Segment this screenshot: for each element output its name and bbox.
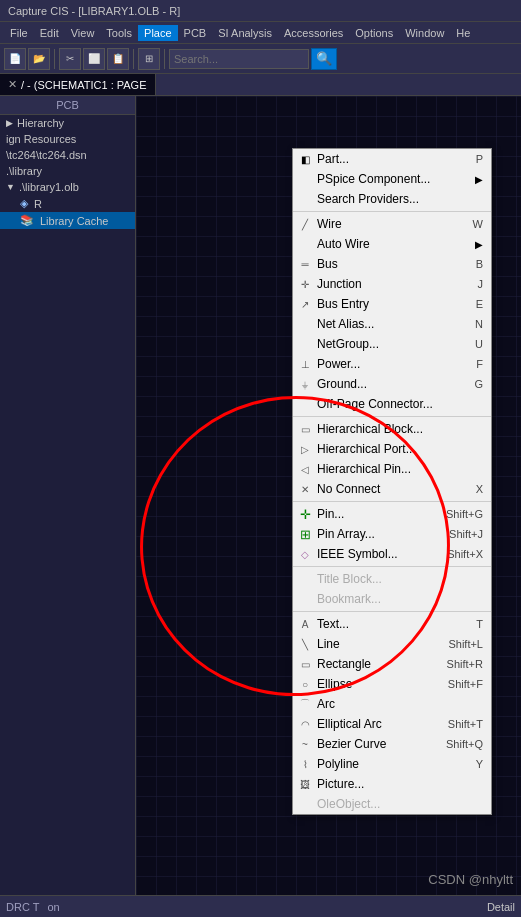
menu-item-power[interactable]: ⊥ Power... F (293, 354, 491, 374)
menu-file[interactable]: File (4, 25, 34, 41)
menu-item-pin-array[interactable]: ⊞ Pin Array... Shift+J (293, 524, 491, 544)
menu-accessories[interactable]: Accessories (278, 25, 349, 41)
menu-tools[interactable]: Tools (100, 25, 138, 41)
menu-item-offpage[interactable]: Off-Page Connector... (293, 394, 491, 414)
hier-block-icon: ▭ (297, 421, 313, 437)
menu-item-pin[interactable]: ✛ Pin... Shift+G (293, 504, 491, 524)
menu-item-polyline[interactable]: ⌇ Polyline Y (293, 754, 491, 774)
menu-item-bus[interactable]: ═ Bus B (293, 254, 491, 274)
menu-label-junction: Junction (317, 277, 362, 291)
sidebar-item-library-cache[interactable]: 📚 Library Cache (0, 212, 135, 229)
menu-item-picture[interactable]: 🖼 Picture... (293, 774, 491, 794)
toolbar-paste[interactable]: 📋 (107, 48, 129, 70)
sidebar: PCB ▶ Hierarchy ign Resources \tc264\tc2… (0, 96, 136, 917)
toolbar-btn1[interactable]: ⊞ (138, 48, 160, 70)
menu-help[interactable]: He (450, 25, 476, 41)
menu-place[interactable]: Place (138, 25, 178, 41)
auto-wire-icon (297, 236, 313, 252)
ieee-icon: ◇ (297, 546, 313, 562)
menu-item-rectangle[interactable]: ▭ Rectangle Shift+R (293, 654, 491, 674)
rectangle-shortcut: Shift+R (447, 658, 483, 670)
part-shortcut: P (476, 153, 483, 165)
menu-item-bus-entry[interactable]: ↗ Bus Entry E (293, 294, 491, 314)
menu-item-hier-block[interactable]: ▭ Hierarchical Block... (293, 419, 491, 439)
menu-item-no-connect[interactable]: ✕ No Connect X (293, 479, 491, 499)
sidebar-item-resources[interactable]: ign Resources (0, 131, 135, 147)
menu-item-hier-pin[interactable]: ◁ Hierarchical Pin... (293, 459, 491, 479)
pin-array-icon: ⊞ (297, 526, 313, 542)
menu-item-part[interactable]: ◧ Part... P (293, 149, 491, 169)
text-shortcut: T (476, 618, 483, 630)
status-bar: DRC T on Detail (0, 895, 521, 917)
toolbar-new[interactable]: 📄 (4, 48, 26, 70)
menu-window[interactable]: Window (399, 25, 450, 41)
menu-view[interactable]: View (65, 25, 101, 41)
menu-item-arc[interactable]: ⌒ Arc (293, 694, 491, 714)
status-detail[interactable]: Detail (487, 901, 515, 913)
power-shortcut: F (476, 358, 483, 370)
sidebar-icon-r: ◈ (20, 197, 28, 210)
menu-item-bezier[interactable]: ~ Bezier Curve Shift+Q (293, 734, 491, 754)
menu-item-net-alias[interactable]: Net Alias... N (293, 314, 491, 334)
toolbar-sep3 (164, 49, 165, 69)
search-button[interactable]: 🔍 (311, 48, 337, 70)
ground-shortcut: G (474, 378, 483, 390)
menu-item-pspice[interactable]: PSpice Component... ▶ (293, 169, 491, 189)
sidebar-item-olb[interactable]: ▼ .\library1.olb (0, 179, 135, 195)
menu-item-netgroup[interactable]: NetGroup... U (293, 334, 491, 354)
menu-options[interactable]: Options (349, 25, 399, 41)
elliptical-arc-shortcut: Shift+T (448, 718, 483, 730)
schematic-tab-label: / - (SCHEMATIC1 : PAGE (21, 79, 147, 91)
menu-item-elliptical-arc[interactable]: ◠ Elliptical Arc Shift+T (293, 714, 491, 734)
menu-label-wire: Wire (317, 217, 342, 231)
menu-si-analysis[interactable]: SI Analysis (212, 25, 278, 41)
menu-item-hier-port[interactable]: ▷ Hierarchical Port... (293, 439, 491, 459)
menu-edit[interactable]: Edit (34, 25, 65, 41)
menu-item-text[interactable]: A Text... T (293, 614, 491, 634)
sidebar-item-library-dir[interactable]: .\library (0, 163, 135, 179)
tab-strip: ✕ / - (SCHEMATIC1 : PAGE (0, 74, 521, 96)
title-block-icon (297, 571, 313, 587)
menu-label-pin-array: Pin Array... (317, 527, 375, 541)
toolbar-copy[interactable]: ⬜ (83, 48, 105, 70)
net-alias-shortcut: N (475, 318, 483, 330)
menu-label-offpage: Off-Page Connector... (317, 397, 433, 411)
tab-x[interactable]: ✕ (8, 78, 17, 91)
ground-icon: ⏚ (297, 376, 313, 392)
menu-label-pspice: PSpice Component... (317, 172, 430, 186)
sidebar-item-r[interactable]: ◈ R (0, 195, 135, 212)
polyline-shortcut: Y (476, 758, 483, 770)
menu-label-polyline: Polyline (317, 757, 359, 771)
arc-icon: ⌒ (297, 696, 313, 712)
menu-item-ground[interactable]: ⏚ Ground... G (293, 374, 491, 394)
toolbar-cut[interactable]: ✂ (59, 48, 81, 70)
menu-pcb[interactable]: PCB (178, 25, 213, 41)
menu-item-auto-wire[interactable]: Auto Wire ▶ (293, 234, 491, 254)
toolbar-open[interactable]: 📂 (28, 48, 50, 70)
menu-item-junction[interactable]: ✛ Junction J (293, 274, 491, 294)
menu-label-part: Part... (317, 152, 349, 166)
sidebar-item-dsn[interactable]: \tc264\tc264.dsn (0, 147, 135, 163)
menu-item-line[interactable]: ╲ Line Shift+L (293, 634, 491, 654)
menu-item-wire[interactable]: ╱ Wire W (293, 214, 491, 234)
menu-bar: File Edit View Tools Place PCB SI Analys… (0, 22, 521, 44)
pin-icon: ✛ (297, 506, 313, 522)
sep5 (293, 611, 491, 612)
menu-label-ellipse: Ellipse (317, 677, 352, 691)
menu-item-ellipse[interactable]: ○ Ellipse Shift+F (293, 674, 491, 694)
netgroup-icon (297, 336, 313, 352)
search-input[interactable] (169, 49, 309, 69)
menu-label-ole: OleObject... (317, 797, 380, 811)
sidebar-icon-cache: 📚 (20, 214, 34, 227)
menu-label-text: Text... (317, 617, 349, 631)
sidebar-label-olb: .\library1.olb (19, 181, 79, 193)
elliptical-arc-icon: ◠ (297, 716, 313, 732)
sidebar-item-hierarchy[interactable]: ▶ Hierarchy (0, 115, 135, 131)
menu-item-ieee[interactable]: ◇ IEEE Symbol... Shift+X (293, 544, 491, 564)
netgroup-shortcut: U (475, 338, 483, 350)
no-connect-shortcut: X (476, 483, 483, 495)
menu-item-ole: OleObject... (293, 794, 491, 814)
menu-item-search-providers[interactable]: Search Providers... (293, 189, 491, 209)
sep4 (293, 566, 491, 567)
schematic-tab[interactable]: ✕ / - (SCHEMATIC1 : PAGE (0, 74, 156, 95)
